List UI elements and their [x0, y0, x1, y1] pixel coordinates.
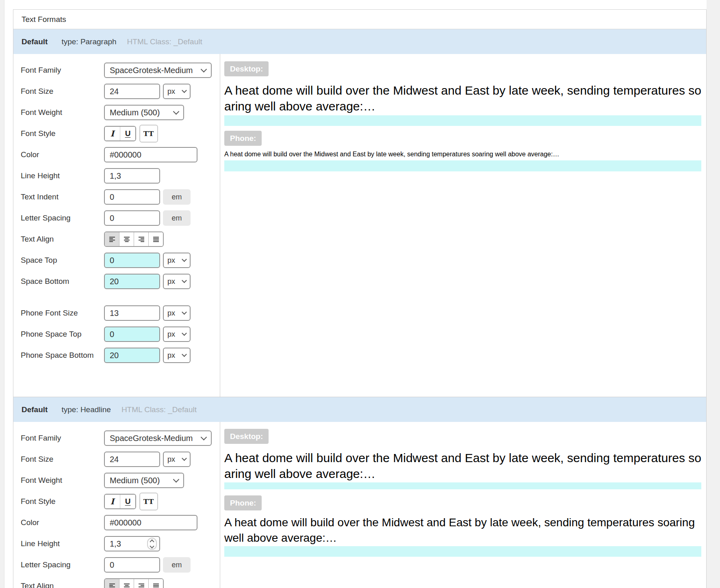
format-html-class-label: HTML Class: _Default [121, 405, 197, 414]
panel-title-bar: Text Formats [13, 10, 706, 29]
underline-button[interactable]: U [120, 495, 135, 508]
italic-button[interactable]: I [105, 127, 120, 141]
phone-font-size-unit-select[interactable]: px [163, 305, 191, 321]
align-right-icon [138, 236, 145, 242]
phone-space-top-row: Phone Space Top px [21, 326, 220, 342]
headline-preview-column: Desktop: A heat dome will build over the… [220, 422, 706, 588]
font-size-label: Font Size [21, 87, 104, 96]
italic-button[interactable]: I [105, 495, 120, 508]
phone-preview-text: A heat dome will build over the Midwest … [224, 150, 701, 158]
space-top-label: Space Top [21, 256, 104, 265]
letter-spacing-input[interactable] [104, 210, 160, 226]
chevron-down-icon [201, 434, 207, 440]
phone-space-top-input[interactable] [104, 326, 160, 342]
phone-space-bottom-input[interactable] [104, 348, 160, 363]
section-header-headline: Default type: Headline HTML Class: _Defa… [13, 397, 706, 422]
chevron-down-icon [182, 456, 187, 461]
align-center-icon [124, 583, 130, 588]
text-indent-row: Text Indent em [21, 189, 220, 205]
letter-spacing-input[interactable] [104, 557, 160, 573]
section-headline: Font Family SpaceGrotesk-Medium Font Siz… [13, 422, 706, 588]
align-right-button[interactable] [134, 579, 148, 588]
align-left-button[interactable] [105, 232, 119, 246]
chevron-down-icon [173, 476, 180, 482]
font-size-unit-select[interactable]: px [163, 452, 191, 467]
font-weight-row: Font Weight Medium (500) [21, 105, 220, 120]
line-height-stepper[interactable] [147, 538, 157, 550]
line-height-label: Line Height [21, 539, 104, 548]
phone-space-bar [224, 160, 701, 171]
font-size-label: Font Size [21, 455, 104, 464]
space-top-unit-select[interactable]: px [163, 253, 191, 268]
space-bottom-input[interactable] [104, 274, 160, 289]
paragraph-preview-column: Desktop: A heat dome will build over the… [220, 54, 706, 397]
text-align-row: Text Align [21, 578, 220, 588]
font-family-label: Font Family [21, 66, 104, 75]
color-label: Color [21, 150, 104, 159]
phone-space-top-unit-select[interactable]: px [163, 326, 191, 342]
phone-space-top-label: Phone Space Top [21, 330, 104, 339]
font-size-row: Font Size px [21, 452, 220, 467]
font-style-button-group: I U [104, 126, 136, 141]
font-style-button-group: I U [104, 494, 136, 509]
letter-spacing-label: Letter Spacing [21, 214, 104, 223]
text-formats-panel: Text Formats Default type: Paragraph HTM… [13, 9, 707, 588]
font-weight-select[interactable]: Medium (500) [104, 105, 184, 120]
section-paragraph: Font Family SpaceGrotesk-Medium Font Siz… [13, 54, 706, 397]
text-transform-button[interactable]: TT [139, 125, 158, 143]
chevron-down-icon [182, 278, 187, 283]
phone-space-bottom-unit-select[interactable]: px [163, 348, 191, 363]
page-title: Text Formats [22, 15, 66, 24]
line-height-label: Line Height [21, 171, 104, 180]
text-indent-input[interactable] [104, 189, 160, 205]
letter-spacing-unit-label: em [163, 210, 191, 226]
font-style-label: Font Style [21, 497, 104, 506]
align-center-button[interactable] [119, 232, 134, 246]
space-top-row: Space Top px [21, 253, 220, 268]
phone-preview-text: A heat dome will build over the Midwest … [224, 515, 701, 545]
section-header-paragraph: Default type: Paragraph HTML Class: _Def… [13, 29, 706, 54]
phone-badge: Phone: [224, 131, 262, 146]
font-size-unit-select[interactable]: px [163, 84, 191, 99]
format-name: Default [22, 405, 48, 414]
space-top-input[interactable] [104, 253, 160, 268]
stepper-up-icon [150, 539, 154, 544]
text-align-button-group [104, 578, 164, 588]
space-bottom-unit-select[interactable]: px [163, 274, 191, 289]
font-family-row: Font Family SpaceGrotesk-Medium [21, 63, 220, 78]
font-size-input[interactable] [104, 452, 160, 467]
text-transform-button[interactable]: TT [139, 493, 158, 510]
chevron-down-icon [182, 352, 187, 357]
align-left-button[interactable] [105, 579, 119, 588]
font-family-select[interactable]: SpaceGrotesk-Medium [104, 430, 212, 446]
font-style-label: Font Style [21, 129, 104, 138]
underline-button[interactable]: U [120, 127, 135, 141]
align-left-icon [109, 583, 115, 588]
line-height-input[interactable] [104, 168, 160, 184]
text-align-row: Text Align [21, 231, 220, 247]
format-type-label: type: Headline [61, 405, 111, 414]
align-justify-button[interactable] [148, 232, 163, 246]
align-right-button[interactable] [134, 232, 148, 246]
font-family-label: Font Family [21, 434, 104, 443]
color-input[interactable] [104, 515, 197, 530]
desktop-space-bar [224, 115, 701, 126]
phone-font-size-label: Phone Font Size [21, 309, 104, 318]
page-left-gutter [0, 0, 4, 588]
color-label: Color [21, 518, 104, 527]
text-align-label: Text Align [21, 235, 104, 244]
space-bottom-label: Space Bottom [21, 277, 104, 286]
desktop-preview-text: A heat dome will build over the Midwest … [224, 450, 701, 482]
align-center-button[interactable] [119, 579, 134, 588]
phone-font-size-input[interactable] [104, 305, 160, 321]
color-input[interactable] [104, 147, 197, 162]
font-size-input[interactable] [104, 84, 160, 99]
phone-font-size-row: Phone Font Size px [21, 305, 220, 321]
align-left-icon [109, 236, 115, 242]
align-justify-button[interactable] [148, 579, 163, 588]
format-name: Default [22, 37, 48, 46]
align-justify-icon [153, 236, 159, 242]
letter-spacing-label: Letter Spacing [21, 560, 104, 569]
font-weight-select[interactable]: Medium (500) [104, 473, 184, 488]
font-family-select[interactable]: SpaceGrotesk-Medium [104, 63, 212, 78]
